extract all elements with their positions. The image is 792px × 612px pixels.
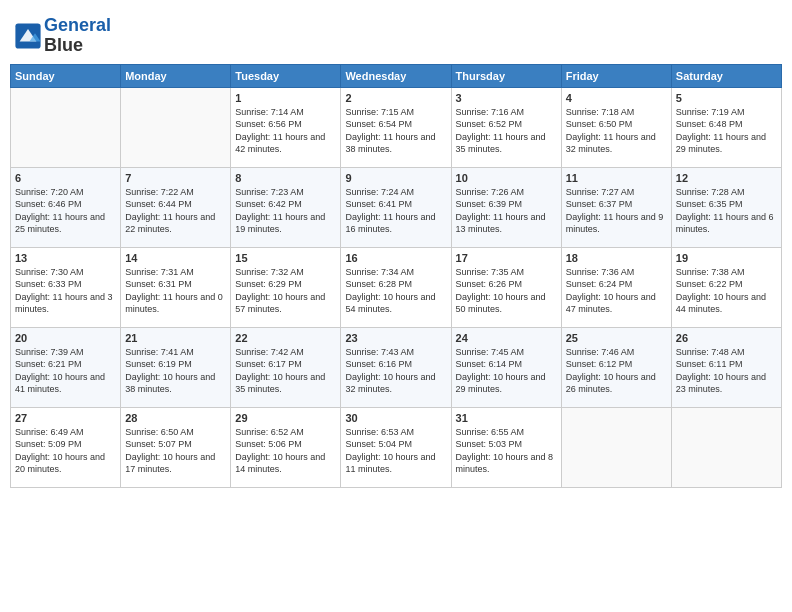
day-header-saturday: Saturday [671, 64, 781, 87]
day-number: 24 [456, 332, 557, 344]
day-info: Sunrise: 7:41 AM Sunset: 6:19 PM Dayligh… [125, 346, 226, 396]
day-info: Sunrise: 7:46 AM Sunset: 6:12 PM Dayligh… [566, 346, 667, 396]
day-number: 30 [345, 412, 446, 424]
calendar-cell: 20Sunrise: 7:39 AM Sunset: 6:21 PM Dayli… [11, 327, 121, 407]
page-header: General Blue [10, 10, 782, 56]
day-info: Sunrise: 7:42 AM Sunset: 6:17 PM Dayligh… [235, 346, 336, 396]
calendar-cell: 21Sunrise: 7:41 AM Sunset: 6:19 PM Dayli… [121, 327, 231, 407]
day-number: 6 [15, 172, 116, 184]
calendar-cell: 13Sunrise: 7:30 AM Sunset: 6:33 PM Dayli… [11, 247, 121, 327]
day-number: 12 [676, 172, 777, 184]
day-number: 13 [15, 252, 116, 264]
week-row-3: 13Sunrise: 7:30 AM Sunset: 6:33 PM Dayli… [11, 247, 782, 327]
day-info: Sunrise: 7:48 AM Sunset: 6:11 PM Dayligh… [676, 346, 777, 396]
day-number: 23 [345, 332, 446, 344]
day-info: Sunrise: 7:36 AM Sunset: 6:24 PM Dayligh… [566, 266, 667, 316]
day-header-sunday: Sunday [11, 64, 121, 87]
calendar-cell [11, 87, 121, 167]
day-number: 29 [235, 412, 336, 424]
day-info: Sunrise: 6:52 AM Sunset: 5:06 PM Dayligh… [235, 426, 336, 476]
calendar-cell: 11Sunrise: 7:27 AM Sunset: 6:37 PM Dayli… [561, 167, 671, 247]
day-header-thursday: Thursday [451, 64, 561, 87]
calendar-cell: 29Sunrise: 6:52 AM Sunset: 5:06 PM Dayli… [231, 407, 341, 487]
calendar-cell: 14Sunrise: 7:31 AM Sunset: 6:31 PM Dayli… [121, 247, 231, 327]
day-info: Sunrise: 7:27 AM Sunset: 6:37 PM Dayligh… [566, 186, 667, 236]
day-number: 7 [125, 172, 226, 184]
calendar-cell: 24Sunrise: 7:45 AM Sunset: 6:14 PM Dayli… [451, 327, 561, 407]
day-header-monday: Monday [121, 64, 231, 87]
calendar-cell: 12Sunrise: 7:28 AM Sunset: 6:35 PM Dayli… [671, 167, 781, 247]
day-info: Sunrise: 6:53 AM Sunset: 5:04 PM Dayligh… [345, 426, 446, 476]
day-info: Sunrise: 7:23 AM Sunset: 6:42 PM Dayligh… [235, 186, 336, 236]
day-number: 25 [566, 332, 667, 344]
day-number: 8 [235, 172, 336, 184]
day-info: Sunrise: 6:50 AM Sunset: 5:07 PM Dayligh… [125, 426, 226, 476]
calendar-cell: 23Sunrise: 7:43 AM Sunset: 6:16 PM Dayli… [341, 327, 451, 407]
calendar-cell: 22Sunrise: 7:42 AM Sunset: 6:17 PM Dayli… [231, 327, 341, 407]
day-number: 22 [235, 332, 336, 344]
day-number: 20 [15, 332, 116, 344]
day-info: Sunrise: 7:45 AM Sunset: 6:14 PM Dayligh… [456, 346, 557, 396]
week-row-1: 1Sunrise: 7:14 AM Sunset: 6:56 PM Daylig… [11, 87, 782, 167]
day-info: Sunrise: 7:30 AM Sunset: 6:33 PM Dayligh… [15, 266, 116, 316]
calendar-cell: 31Sunrise: 6:55 AM Sunset: 5:03 PM Dayli… [451, 407, 561, 487]
day-number: 4 [566, 92, 667, 104]
day-number: 31 [456, 412, 557, 424]
day-number: 21 [125, 332, 226, 344]
day-info: Sunrise: 6:49 AM Sunset: 5:09 PM Dayligh… [15, 426, 116, 476]
calendar-cell: 26Sunrise: 7:48 AM Sunset: 6:11 PM Dayli… [671, 327, 781, 407]
calendar-cell: 17Sunrise: 7:35 AM Sunset: 6:26 PM Dayli… [451, 247, 561, 327]
day-number: 27 [15, 412, 116, 424]
day-info: Sunrise: 7:32 AM Sunset: 6:29 PM Dayligh… [235, 266, 336, 316]
day-number: 3 [456, 92, 557, 104]
day-info: Sunrise: 7:26 AM Sunset: 6:39 PM Dayligh… [456, 186, 557, 236]
day-info: Sunrise: 7:35 AM Sunset: 6:26 PM Dayligh… [456, 266, 557, 316]
calendar-cell: 8Sunrise: 7:23 AM Sunset: 6:42 PM Daylig… [231, 167, 341, 247]
day-number: 26 [676, 332, 777, 344]
day-number: 28 [125, 412, 226, 424]
week-row-5: 27Sunrise: 6:49 AM Sunset: 5:09 PM Dayli… [11, 407, 782, 487]
calendar-cell: 4Sunrise: 7:18 AM Sunset: 6:50 PM Daylig… [561, 87, 671, 167]
header-row: SundayMondayTuesdayWednesdayThursdayFrid… [11, 64, 782, 87]
calendar-cell: 30Sunrise: 6:53 AM Sunset: 5:04 PM Dayli… [341, 407, 451, 487]
calendar-cell: 28Sunrise: 6:50 AM Sunset: 5:07 PM Dayli… [121, 407, 231, 487]
day-header-wednesday: Wednesday [341, 64, 451, 87]
calendar-cell: 16Sunrise: 7:34 AM Sunset: 6:28 PM Dayli… [341, 247, 451, 327]
day-info: Sunrise: 7:20 AM Sunset: 6:46 PM Dayligh… [15, 186, 116, 236]
logo: General Blue [14, 16, 111, 56]
day-number: 18 [566, 252, 667, 264]
day-info: Sunrise: 7:19 AM Sunset: 6:48 PM Dayligh… [676, 106, 777, 156]
calendar-cell: 15Sunrise: 7:32 AM Sunset: 6:29 PM Dayli… [231, 247, 341, 327]
day-info: Sunrise: 7:14 AM Sunset: 6:56 PM Dayligh… [235, 106, 336, 156]
calendar-cell: 10Sunrise: 7:26 AM Sunset: 6:39 PM Dayli… [451, 167, 561, 247]
day-number: 19 [676, 252, 777, 264]
day-info: Sunrise: 7:24 AM Sunset: 6:41 PM Dayligh… [345, 186, 446, 236]
calendar-cell: 27Sunrise: 6:49 AM Sunset: 5:09 PM Dayli… [11, 407, 121, 487]
day-info: Sunrise: 7:43 AM Sunset: 6:16 PM Dayligh… [345, 346, 446, 396]
day-info: Sunrise: 7:28 AM Sunset: 6:35 PM Dayligh… [676, 186, 777, 236]
day-info: Sunrise: 7:34 AM Sunset: 6:28 PM Dayligh… [345, 266, 446, 316]
day-info: Sunrise: 6:55 AM Sunset: 5:03 PM Dayligh… [456, 426, 557, 476]
calendar-cell: 9Sunrise: 7:24 AM Sunset: 6:41 PM Daylig… [341, 167, 451, 247]
day-number: 17 [456, 252, 557, 264]
day-number: 14 [125, 252, 226, 264]
calendar-cell [671, 407, 781, 487]
calendar-cell: 1Sunrise: 7:14 AM Sunset: 6:56 PM Daylig… [231, 87, 341, 167]
logo-text: General Blue [44, 16, 111, 56]
calendar-cell: 2Sunrise: 7:15 AM Sunset: 6:54 PM Daylig… [341, 87, 451, 167]
calendar-cell: 25Sunrise: 7:46 AM Sunset: 6:12 PM Dayli… [561, 327, 671, 407]
logo-icon [14, 22, 42, 50]
calendar-cell: 19Sunrise: 7:38 AM Sunset: 6:22 PM Dayli… [671, 247, 781, 327]
day-number: 1 [235, 92, 336, 104]
calendar-cell: 5Sunrise: 7:19 AM Sunset: 6:48 PM Daylig… [671, 87, 781, 167]
calendar-cell: 18Sunrise: 7:36 AM Sunset: 6:24 PM Dayli… [561, 247, 671, 327]
day-number: 2 [345, 92, 446, 104]
day-info: Sunrise: 7:18 AM Sunset: 6:50 PM Dayligh… [566, 106, 667, 156]
day-header-tuesday: Tuesday [231, 64, 341, 87]
calendar-cell: 7Sunrise: 7:22 AM Sunset: 6:44 PM Daylig… [121, 167, 231, 247]
calendar-cell [121, 87, 231, 167]
week-row-2: 6Sunrise: 7:20 AM Sunset: 6:46 PM Daylig… [11, 167, 782, 247]
day-number: 10 [456, 172, 557, 184]
calendar-cell: 6Sunrise: 7:20 AM Sunset: 6:46 PM Daylig… [11, 167, 121, 247]
day-number: 16 [345, 252, 446, 264]
